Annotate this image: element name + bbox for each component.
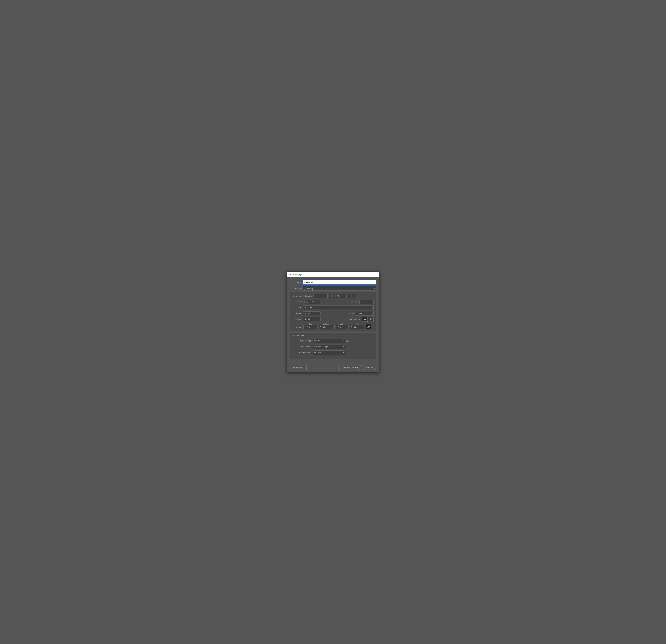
raster-effects-select[interactable]: Screen (72 ppi) Medium (150 ppi) High (3… — [313, 345, 345, 349]
width-label: Width: — [293, 312, 302, 315]
bleed-right-down[interactable]: ▼ — [350, 327, 353, 329]
name-label: Name: — [290, 281, 301, 283]
spacing-row: Spacing: ▲ ▼ Columns: ▲ ▼ — [293, 300, 373, 303]
preview-mode-row: Preview Mode: Default Pixel Overprint ▾ — [293, 350, 373, 355]
bleed-left-input[interactable] — [337, 325, 348, 329]
bleed-right-group: Right ▲ ▼ — [350, 323, 364, 329]
bleed-right-up[interactable]: ▲ — [350, 325, 353, 327]
bleed-right-label: Right — [350, 323, 364, 325]
width-row: Width: Units: Inches Millimeters Pixels … — [293, 311, 373, 316]
bleed-top-arrows[interactable]: ▲ ▼ — [303, 325, 306, 329]
profile-select-wrapper: [ Custom] Print Web ▾ — [302, 286, 376, 291]
color-mode-select[interactable]: CMYK RGB — [313, 338, 345, 343]
bleed-right-input[interactable] — [353, 325, 364, 329]
bleed-top-label: Top — [303, 323, 317, 325]
artboards-row: Number of Artboards: ▲ ▼ ⊞ ⊟ → ↓ → — [293, 294, 373, 298]
layout-icons: ⊞ ⊟ → ↓ → — [330, 294, 357, 298]
bleed-bottom-label: Bottom — [319, 323, 333, 325]
bleed-bottom-spinner[interactable]: ▲ ▼ — [319, 325, 333, 329]
spacing-spinner[interactable]: ▲ ▼ — [306, 300, 320, 303]
dialog-body: Name: Profile: [ Custom] Print Web ▾ Num… — [287, 277, 379, 363]
columns-up-arrow[interactable]: ▲ — [360, 300, 362, 302]
raster-effects-row: Raster Effects: Screen (72 ppi) Medium (… — [293, 345, 373, 349]
portrait-orientation-btn[interactable]: ▬ — [362, 317, 368, 322]
bleed-bottom-up[interactable]: ▲ — [319, 325, 322, 327]
bleed-bottom-arrows[interactable]: ▲ ▼ — [319, 325, 322, 329]
bleed-top-input[interactable] — [306, 325, 317, 329]
height-row: Height: Orientation: ▬ ▮ — [293, 317, 373, 322]
advanced-section: ▼ Advanced Color Mode: CMYK RGB ▾ ⚠ Rast… — [290, 333, 376, 359]
columns-down-arrow[interactable]: ▼ — [360, 302, 362, 303]
bleed-label: Bleed: — [293, 323, 302, 329]
bleed-bottom-group: Bottom ▲ ▼ — [319, 323, 333, 329]
bleed-left-label: Left — [334, 323, 349, 325]
size-row: Size: [Custom] Letter A4 ▾ — [293, 306, 373, 310]
advanced-header[interactable]: ▼ Advanced — [293, 334, 373, 337]
artboards-up-arrow[interactable]: ▲ — [314, 294, 316, 296]
grid-col-layout-btn[interactable]: ⊟ — [336, 294, 340, 298]
spacing-arrows[interactable]: ▲ ▼ — [306, 300, 309, 303]
columns-input[interactable] — [362, 300, 373, 303]
columns-arrows[interactable]: ▲ ▼ — [360, 300, 362, 303]
advanced-label: Advanced — [295, 334, 304, 337]
artboards-spinner[interactable]: ▲ ▼ — [314, 294, 328, 298]
bleed-fields: Top ▲ ▼ Bottom ▲ — [303, 323, 373, 329]
raster-effects-label: Raster Effects: — [293, 346, 312, 348]
artboards-label: Number of Artboards: — [293, 295, 312, 297]
units-label: Units: — [349, 312, 355, 315]
spacing-input[interactable] — [309, 300, 320, 303]
columns-spinner[interactable]: ▲ ▼ — [360, 300, 373, 303]
bleed-right-spinner[interactable]: ▲ ▼ — [350, 325, 364, 329]
preview-mode-select[interactable]: Default Pixel Overprint — [313, 350, 345, 355]
create-document-button[interactable]: Create Document — [338, 365, 361, 370]
bleed-top-spinner[interactable]: ▲ ▼ — [303, 325, 317, 329]
bleed-bottom-input[interactable] — [322, 325, 333, 329]
height-label: Height: — [293, 318, 302, 320]
bleed-left-up[interactable]: ▲ — [335, 325, 337, 327]
profile-select[interactable]: [ Custom] Print Web — [302, 286, 376, 291]
size-select[interactable]: [Custom] Letter A4 — [303, 306, 373, 310]
color-mode-select-wrapper: CMYK RGB ▾ — [313, 338, 345, 343]
dialog-titlebar: More Settings — [287, 272, 379, 277]
artboards-down-arrow[interactable]: ▼ — [314, 296, 316, 298]
bleed-left-arrows[interactable]: ▲ ▼ — [334, 325, 337, 329]
advanced-triangle-icon: ▼ — [293, 335, 294, 336]
arrange-down-btn[interactable]: ↓ — [347, 294, 351, 298]
color-mode-row: Color Mode: CMYK RGB ▾ ⚠ — [293, 338, 373, 343]
name-input[interactable] — [302, 280, 376, 284]
dialog-title: More Settings — [289, 273, 302, 276]
templates-button[interactable]: Templates... — [290, 365, 306, 370]
bleed-right-arrows[interactable]: ▲ ▼ — [350, 325, 353, 329]
units-select-wrapper: Inches Millimeters Pixels ▾ — [356, 311, 373, 316]
dialog-footer: Templates... Create Document Cancel — [287, 363, 379, 372]
grid-layout-btn[interactable]: ⊞ — [330, 294, 335, 298]
profile-label: Profile: — [290, 287, 301, 290]
warning-icon: ⚠ — [346, 339, 349, 343]
orientation-buttons: ▬ ▮ — [362, 317, 373, 322]
more-settings-dialog: More Settings Name: Profile: [ Custom] P… — [287, 272, 379, 372]
bleed-top-up[interactable]: ▲ — [303, 325, 306, 327]
size-label: Size: — [293, 306, 302, 309]
bleed-bottom-down[interactable]: ▼ — [319, 327, 322, 329]
height-input-wrap[interactable] — [303, 317, 320, 321]
width-input-wrap[interactable] — [303, 311, 320, 315]
cancel-button[interactable]: Cancel — [363, 365, 376, 370]
color-mode-label: Color Mode: — [293, 340, 312, 342]
bleed-link-btn[interactable]: 🔗 — [366, 324, 371, 329]
footer-right: Create Document Cancel — [338, 365, 376, 370]
arrange-right-btn[interactable]: → — [341, 294, 346, 298]
artboards-input[interactable] — [316, 294, 328, 298]
arrange-single-btn[interactable]: → — [352, 294, 357, 298]
landscape-orientation-btn[interactable]: ▮ — [368, 317, 373, 322]
orientation-label: Orientation: — [350, 318, 361, 320]
units-select[interactable]: Inches Millimeters Pixels — [356, 311, 373, 316]
width-input[interactable] — [305, 312, 319, 315]
spacing-up-arrow[interactable]: ▲ — [306, 300, 309, 302]
height-input[interactable] — [305, 318, 319, 320]
bleed-top-down[interactable]: ▼ — [303, 327, 306, 329]
artboards-arrows[interactable]: ▲ ▼ — [314, 294, 316, 298]
spacing-down-arrow[interactable]: ▼ — [306, 302, 309, 303]
bleed-section: Bleed: Top ▲ ▼ Bottom — [293, 323, 373, 329]
bleed-left-spinner[interactable]: ▲ ▼ — [334, 325, 349, 329]
bleed-left-down[interactable]: ▼ — [335, 327, 337, 329]
